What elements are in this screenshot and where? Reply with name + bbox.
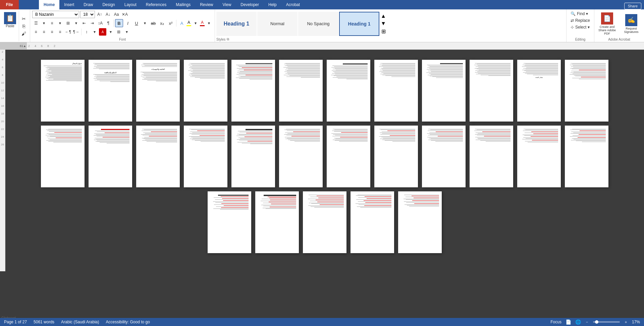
bullets-dropdown[interactable]: ▾ xyxy=(40,19,48,27)
show-formatting-button[interactable]: ¶ xyxy=(105,19,112,27)
ltr-button[interactable]: ¶→ xyxy=(72,28,80,36)
share-button[interactable]: Share xyxy=(624,3,641,9)
highlight-dropdown[interactable]: ▾ xyxy=(192,19,199,27)
ribbon-body: 📋 Paste ✂ ⎘ 🖌 Clipboard B Nazanin 18 A↑ … xyxy=(0,9,644,42)
zoom-in-button[interactable]: ＋ xyxy=(624,319,628,325)
page-9 xyxy=(422,60,466,122)
style-heading2[interactable]: Heading 1 xyxy=(339,12,379,36)
paste-button[interactable]: 📋 Paste xyxy=(1,11,19,41)
tab-view[interactable]: View xyxy=(218,0,236,9)
select-button[interactable]: ⊹ Select ▾ xyxy=(569,24,591,30)
replace-button[interactable]: ⇄ Replace xyxy=(569,17,591,24)
line-spacing-button[interactable]: ↕ xyxy=(83,28,90,36)
file-tab[interactable]: File xyxy=(0,0,19,9)
style-heading1[interactable]: Heading 1 xyxy=(216,12,257,36)
font-format-row: ☰ ▾ ≡ ▾ ⊞ ▾ ⇤ ⇥ ↕A ¶ B I U ▾ ab x₂ x² A … xyxy=(32,19,213,27)
font-group-label: Font xyxy=(30,38,215,41)
style-normal[interactable]: Normal xyxy=(257,12,298,36)
align-right-button[interactable]: ≡ xyxy=(48,28,56,36)
vertical-ruler: 2468 10121416 1820222426 xyxy=(0,50,5,271)
page-info: Page 1 of 27 xyxy=(4,320,27,324)
select-icon: ⊹ xyxy=(571,25,574,30)
style-no-spacing[interactable]: No Spacing xyxy=(298,12,338,36)
page-25 xyxy=(208,191,251,253)
font-color-button[interactable]: A xyxy=(200,20,205,26)
tab-help[interactable]: Help xyxy=(264,0,281,9)
cut-button[interactable]: ✂ xyxy=(20,15,27,22)
strikethrough-button[interactable]: ab xyxy=(149,19,157,27)
align-center-button[interactable]: ≡ xyxy=(40,28,48,36)
styles-scroll[interactable]: ▲ ▼ ⊞ xyxy=(380,12,387,36)
rtl-button[interactable]: ←¶ xyxy=(64,28,72,36)
page-4 xyxy=(184,60,227,122)
replace-icon: ⇄ xyxy=(571,18,574,23)
shading-dropdown[interactable]: ▾ xyxy=(107,28,114,36)
borders-button[interactable]: ⊞ xyxy=(115,28,122,36)
superscript-button[interactable]: x² xyxy=(167,19,175,27)
bullets-button[interactable]: ☰ xyxy=(32,19,40,27)
tab-mailings[interactable]: Mailings xyxy=(171,0,195,9)
accessibility-status[interactable]: Accessibility: Good to go xyxy=(106,320,150,324)
adobe-group: 📄 Create and Share Adobe PDF ✍ Request S… xyxy=(594,9,644,42)
copy-button[interactable]: ⎘ xyxy=(20,23,27,30)
font-grow-button[interactable]: A↑ xyxy=(96,11,103,18)
document-area[interactable]: عنوان المقال xyxy=(5,50,644,271)
multilevel-list-button[interactable]: ⊞ xyxy=(64,19,72,27)
find-button[interactable]: 🔍 Find ▾ xyxy=(569,11,591,17)
italic-button[interactable]: I xyxy=(124,19,132,27)
tab-review[interactable]: Review xyxy=(195,0,218,9)
tab-insert[interactable]: Insert xyxy=(59,0,79,9)
zoom-percent[interactable]: 17% xyxy=(632,320,640,324)
create-share-pdf-button[interactable]: 📄 Create and Share Adobe PDF xyxy=(597,12,617,35)
increase-indent-button[interactable]: ⇥ xyxy=(89,19,96,27)
subscript-button[interactable]: x₂ xyxy=(158,19,166,27)
page-17: Blue Stata xyxy=(231,126,275,187)
styles-group: Heading 1 Normal No Spacing Heading 1 ▲ … xyxy=(215,9,567,42)
styles-gallery: Heading 1 Normal No Spacing Heading 1 ▲ … xyxy=(216,11,565,37)
align-left-button[interactable]: ≡ xyxy=(32,28,40,36)
tab-layout[interactable]: Layout xyxy=(120,0,141,9)
language-indicator[interactable]: Arabic (Saudi Arabia) xyxy=(61,320,99,324)
multilevel-dropdown[interactable]: ▾ xyxy=(72,19,80,27)
paste-icon: 📋 xyxy=(4,12,16,24)
tab-references[interactable]: References xyxy=(141,0,171,9)
tab-developer[interactable]: Developer xyxy=(236,0,264,9)
justify-button[interactable]: ≡ xyxy=(56,28,64,36)
styles-expander-icon[interactable]: ⧉ xyxy=(227,37,229,41)
borders-dropdown[interactable]: ▾ xyxy=(123,28,130,36)
format-painter-button[interactable]: 🖌 xyxy=(20,30,27,37)
sort-button[interactable]: ↕A xyxy=(97,19,104,27)
text-effects-button[interactable]: A xyxy=(178,19,186,27)
tab-design[interactable]: Design xyxy=(98,0,119,9)
font-size-select[interactable]: 18 xyxy=(80,11,95,18)
numbered-list-button[interactable]: ≡ xyxy=(48,19,56,27)
tab-draw[interactable]: Draw xyxy=(79,0,98,9)
font-family-select[interactable]: B Nazanin xyxy=(32,11,79,18)
request-signatures-button[interactable]: ✍ Request Signatures xyxy=(621,14,641,34)
underline-dropdown[interactable]: ▾ xyxy=(141,19,149,27)
zoom-slider[interactable] xyxy=(593,321,620,323)
print-layout-icon[interactable]: 📄 xyxy=(566,319,571,325)
bold-button[interactable]: B xyxy=(115,19,123,27)
page-22 xyxy=(470,126,513,187)
underline-button[interactable]: U xyxy=(132,19,141,27)
font-color-dropdown[interactable]: ▾ xyxy=(205,19,213,27)
highlight-button[interactable]: A xyxy=(186,20,191,26)
change-case-button[interactable]: Aa xyxy=(113,11,120,18)
focus-label[interactable]: Focus xyxy=(550,320,561,324)
tab-acrobat[interactable]: Acrobat xyxy=(281,0,305,9)
numbered-dropdown[interactable]: ▾ xyxy=(56,19,64,27)
scroll-up-icon: ▲ xyxy=(381,13,386,19)
line-spacing-dropdown[interactable]: ▾ xyxy=(91,28,98,36)
clipboard-sub: ✂ ⎘ 🖌 xyxy=(19,11,29,41)
zoom-out-button[interactable]: － xyxy=(585,319,589,325)
web-layout-icon[interactable]: 🌐 xyxy=(575,319,581,325)
page-2: النتائج والمناقشة xyxy=(89,60,132,122)
shading-button[interactable]: A xyxy=(99,28,106,36)
expand-styles-icon: ⊞ xyxy=(381,28,386,35)
font-shrink-button[interactable]: A↓ xyxy=(104,11,112,18)
clear-formatting-button[interactable]: ✕A xyxy=(121,11,128,18)
page-28 xyxy=(351,191,394,253)
decrease-indent-button[interactable]: ⇤ xyxy=(80,19,88,27)
tab-home[interactable]: Home xyxy=(39,0,59,9)
